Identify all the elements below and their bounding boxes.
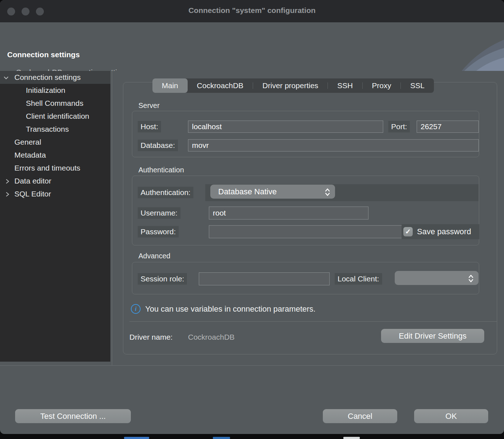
tab-ssl[interactable]: SSL xyxy=(401,78,434,93)
advanced-group-title: Advanced xyxy=(138,252,170,260)
save-password-row: ✓ Save password xyxy=(402,224,479,239)
sidebar-item-transactions[interactable]: Transactions xyxy=(0,123,110,136)
test-connection-button[interactable]: Test Connection ... xyxy=(15,409,131,423)
chevron-right-icon[interactable] xyxy=(4,178,11,185)
sidebar-item-label: Shell Commands xyxy=(26,97,83,110)
username-label: Username: xyxy=(138,207,180,219)
tab-ssh[interactable]: SSH xyxy=(328,78,362,93)
sidebar-item-label: Initialization xyxy=(26,84,65,97)
database-input[interactable] xyxy=(188,139,479,151)
username-input[interactable] xyxy=(209,207,368,220)
sidebar-item-label: Client identification xyxy=(26,110,89,123)
authentication-select-value: Database Native xyxy=(218,187,277,196)
server-group-title: Server xyxy=(138,101,160,110)
chevron-down-icon[interactable] xyxy=(3,74,9,81)
connection-tabs: Main CockroachDB Driver properties SSH P… xyxy=(152,78,434,93)
connection-config-dialog: Connection "system" configuration Connec… xyxy=(0,0,504,434)
save-password-label: Save password xyxy=(417,224,471,239)
sidebar-item-initialization[interactable]: Initialization xyxy=(0,84,110,97)
host-input[interactable] xyxy=(188,121,383,133)
ok-button[interactable]: OK xyxy=(414,409,488,423)
sidebar-item-label: SQL Editor xyxy=(14,187,51,200)
info-icon: i xyxy=(131,304,141,314)
host-label: Host: xyxy=(138,121,161,132)
session-role-label: Session role: xyxy=(138,273,187,285)
tab-main[interactable]: Main xyxy=(152,78,188,93)
select-arrows-icon xyxy=(324,187,331,201)
header-banner: Connection settings CockroachDB connecti… xyxy=(0,22,504,71)
window-title: Connection "system" configuration xyxy=(0,6,504,15)
local-client-select[interactable] xyxy=(395,271,478,285)
local-client-label: Local Client: xyxy=(335,273,382,285)
session-role-input[interactable] xyxy=(199,272,330,285)
sidebar-divider xyxy=(112,71,112,365)
select-arrows-icon xyxy=(468,273,474,288)
driver-divider xyxy=(129,321,497,322)
tab-cockroachdb[interactable]: CockroachDB xyxy=(188,78,253,93)
port-label: Port: xyxy=(388,121,410,132)
sidebar-item-sql-editor[interactable]: SQL Editor xyxy=(0,187,110,200)
sidebar-item-label: Transactions xyxy=(26,123,69,136)
background-app-sliver xyxy=(343,437,360,439)
info-text: You can use variables in connection para… xyxy=(145,304,316,314)
sidebar-item-label: General xyxy=(14,136,41,149)
sidebar-item-metadata[interactable]: Metadata xyxy=(0,149,110,162)
sidebar-item-label: Connection settings xyxy=(14,71,81,84)
page-subtitle: CockroachDB connection settings xyxy=(16,68,129,71)
sidebar-item-client-identification[interactable]: Client identification xyxy=(0,110,110,123)
authentication-group-title: Authentication xyxy=(138,166,184,174)
decorative-swoosh xyxy=(411,22,504,71)
driver-name-label: Driver name: xyxy=(129,333,173,341)
driver-name-value: CockroachDB xyxy=(188,333,235,341)
sidebar-item-label: Errors and timeouts xyxy=(14,162,80,175)
port-input[interactable] xyxy=(417,121,479,133)
page-title: Connection settings xyxy=(7,50,80,59)
tab-driver-properties[interactable]: Driver properties xyxy=(253,78,327,93)
sidebar-item-data-editor[interactable]: Data editor xyxy=(0,175,110,187)
sidebar-item-label: Data editor xyxy=(14,175,51,187)
sidebar-item-label: Metadata xyxy=(14,149,46,162)
edit-driver-settings-button[interactable]: Edit Driver Settings xyxy=(381,329,484,343)
background-app-sliver xyxy=(213,437,230,439)
cancel-button[interactable]: Cancel xyxy=(323,409,397,423)
sidebar-item-errors-and-timeouts[interactable]: Errors and timeouts xyxy=(0,162,110,175)
database-label: Database: xyxy=(138,140,178,151)
tab-proxy[interactable]: Proxy xyxy=(363,78,401,93)
authentication-select[interactable]: Database Native xyxy=(210,185,335,199)
password-input[interactable] xyxy=(209,225,405,238)
sidebar-item-general[interactable]: General xyxy=(0,136,110,149)
chevron-right-icon[interactable] xyxy=(4,191,11,198)
background-app-sliver xyxy=(124,437,149,439)
password-label: Password: xyxy=(138,226,179,237)
sidebar-item-shell-commands[interactable]: Shell Commands xyxy=(0,97,110,110)
save-password-checkbox[interactable]: ✓ xyxy=(403,227,413,236)
titlebar: Connection "system" configuration xyxy=(0,0,504,22)
authentication-label: Authentication: xyxy=(138,187,193,198)
sidebar-item-connection-settings[interactable]: Connection settings xyxy=(0,71,110,84)
settings-tree: Connection settings Initialization Shell… xyxy=(0,71,110,362)
footer-divider xyxy=(0,365,504,366)
